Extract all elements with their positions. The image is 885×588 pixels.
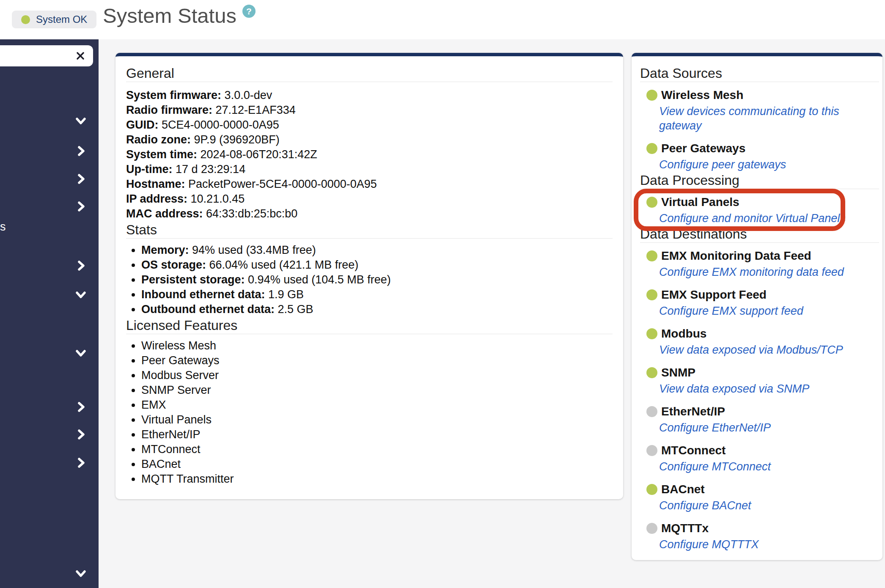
data-item-label: Virtual Panels [661, 195, 739, 209]
data-item-row: Wireless Mesh [640, 88, 879, 102]
licensed-feature-item: Peer Gateways [141, 353, 613, 368]
close-icon[interactable] [74, 50, 86, 62]
status-dot-active-icon [646, 250, 657, 261]
status-dot-inactive-icon [646, 445, 657, 456]
data-item-bacnet: BACnetConfigure BACnet [640, 482, 879, 513]
data-item-snmp: SNMPView data exposed via SNMP [640, 365, 879, 396]
data-item-modbus: ModbusView data exposed via Modbus/TCP [640, 327, 879, 357]
data-item-label: BACnet [661, 482, 705, 497]
data-item-row: EtherNet/IP [640, 404, 879, 419]
help-icon[interactable]: ? [242, 5, 256, 18]
data-item-peer-gateways: Peer GatewaysConfigure peer gateways [640, 141, 879, 172]
divider [126, 82, 613, 82]
status-dot-inactive-icon [646, 406, 657, 417]
licensed-feature-item: Modbus Server [141, 368, 613, 383]
sidebar-chevron-right-icon[interactable] [74, 428, 87, 441]
data-item-ethernet-ip: EtherNet/IPConfigure EtherNet/IP [640, 404, 879, 435]
sidebar-chevron-down-icon[interactable] [74, 114, 87, 127]
divider [640, 189, 879, 189]
licensed-feature-item: Wireless Mesh [141, 338, 613, 353]
info-row: MAC address: 64:33:db:25:bc:b0 [126, 206, 613, 221]
data-item-row: BACnet [640, 482, 879, 497]
licensed-features-list: Wireless MeshPeer GatewaysModbus ServerS… [126, 338, 613, 486]
data-item-row: EMX Monitoring Data Feed [640, 249, 879, 263]
info-row: System firmware: 3.0.0-dev [126, 88, 613, 103]
sidebar-chevron-right-icon[interactable] [74, 401, 87, 413]
status-dot-active-icon [646, 197, 657, 208]
data-item-label: Peer Gateways [661, 141, 745, 156]
data-item-link[interactable]: Configure EtherNet/IP [659, 420, 771, 435]
sidebar-chevron-right-icon[interactable] [74, 173, 87, 185]
data-item-row: Virtual Panels [640, 195, 879, 209]
sidebar-chevron-right-icon[interactable] [74, 259, 87, 272]
status-dot-active-icon [646, 289, 657, 300]
licensed-feature-item: SNMP Server [141, 383, 613, 398]
sidebar-chevron-right-icon[interactable] [74, 200, 87, 213]
data-item-link[interactable]: Configure EMX monitoring data feed [659, 265, 844, 279]
system-status-badge[interactable]: System OK [12, 11, 96, 28]
data-item-row: MQTTTx [640, 521, 879, 536]
data-item-virtual-panels: Virtual PanelsConfigure and monitor Virt… [640, 195, 879, 225]
data-item-link[interactable]: Configure MQTTTX [659, 537, 759, 552]
stats-title: Stats [126, 221, 613, 238]
general-card: General System firmware: 3.0.0-devRadio … [115, 53, 623, 499]
sidebar-chevron-right-icon[interactable] [74, 145, 87, 157]
sidebar-chevron-down-icon[interactable] [74, 346, 87, 359]
status-dot-active-icon [646, 90, 657, 101]
divider [126, 238, 613, 239]
data-item-link[interactable]: Configure and monitor Virtual Panels [659, 211, 846, 225]
data-item-link[interactable]: View data exposed via SNMP [659, 382, 809, 396]
licensed-feature-item: BACnet [141, 457, 613, 472]
section-title: Data Processing [640, 172, 879, 189]
data-item-link[interactable]: Configure EMX support feed [659, 304, 803, 318]
data-item-row: MTConnect [640, 443, 879, 458]
status-dot-active-icon [646, 484, 657, 495]
header-bar: System OK System Status ? [0, 0, 885, 39]
status-badge-label: System OK [36, 14, 87, 25]
data-item-label: EtherNet/IP [661, 404, 725, 419]
sidebar-search-panel [0, 45, 93, 66]
sidebar-chevron-down-icon[interactable] [74, 567, 87, 580]
info-row: Hostname: PacketPower-5CE4-0000-0000-0A9… [126, 177, 613, 192]
licensed-feature-item: EMX [141, 398, 613, 412]
licensed-feature-item: Virtual Panels [141, 412, 613, 427]
data-item-label: EMX Support Feed [661, 288, 767, 302]
status-dot-active-icon [646, 367, 657, 378]
data-item-link[interactable]: Configure BACnet [659, 498, 751, 513]
licensed-features-title: Licensed Features [126, 317, 613, 334]
data-item-link[interactable]: View data exposed via Modbus/TCP [659, 343, 843, 357]
stat-item: OS storage: 66.04% used (421.1 MB free) [141, 258, 613, 272]
data-item-label: MTConnect [661, 443, 726, 458]
data-item-link[interactable]: View devices communicating to this gatew… [659, 104, 879, 133]
stat-item: Memory: 94% used (33.4MB free) [141, 243, 613, 258]
data-item-mtconnect: MTConnectConfigure MTConnect [640, 443, 879, 474]
sidebar-chevron-down-icon[interactable] [74, 288, 87, 301]
licensed-feature-item: MQTT Transmitter [141, 472, 613, 486]
status-dot-active-icon [646, 143, 657, 154]
info-row: System time: 2024-08-06T20:31:42Z [126, 147, 613, 162]
data-item-row: Peer Gateways [640, 141, 879, 156]
page-title: System Status [103, 3, 236, 29]
stats-list: Memory: 94% used (33.4MB free)OS storage… [126, 243, 613, 317]
data-item-row: Modbus [640, 327, 879, 341]
info-row: Radio firmware: 27.12-E1AF334 [126, 103, 613, 118]
sidebar-chevron-right-icon[interactable] [74, 456, 87, 469]
status-dot-active-icon [646, 328, 657, 339]
stat-item: Outbound ethernet data: 2.5 GB [141, 302, 613, 317]
divider [640, 82, 879, 82]
general-card-title: General [126, 56, 613, 82]
data-item-link[interactable]: Configure MTConnect [659, 459, 771, 474]
data-item-label: SNMP [661, 365, 695, 380]
data-item-emx-monitoring-data-feed: EMX Monitoring Data FeedConfigure EMX mo… [640, 249, 879, 279]
general-info-rows: System firmware: 3.0.0-devRadio firmware… [126, 88, 613, 221]
data-item-label: Wireless Mesh [661, 88, 743, 102]
licensed-feature-item: EtherNet/IP [141, 427, 613, 442]
stat-item: Persistent storage: 0.94% used (104.5 MB… [141, 272, 613, 287]
divider [126, 334, 613, 334]
info-row: Up-time: 17 d 23:29:14 [126, 162, 613, 177]
licensed-feature-item: MTConnect [141, 442, 613, 457]
data-item-link[interactable]: Configure peer gateways [659, 157, 786, 172]
section-title: Data Destinations [640, 225, 879, 242]
data-item-label: EMX Monitoring Data Feed [661, 249, 811, 263]
info-row: Radio zone: 9P.9 (396920BF) [126, 132, 613, 147]
